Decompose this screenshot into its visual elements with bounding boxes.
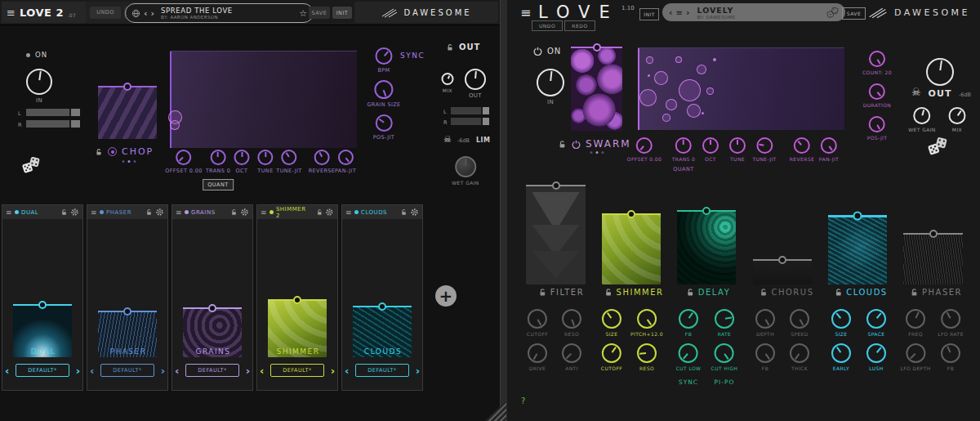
- clouds-early-knob[interactable]: EARLY: [831, 343, 851, 371]
- lock-open-icon[interactable]: [400, 208, 408, 216]
- drag-handle-icon[interactable]: ≡: [91, 208, 97, 217]
- fx-slider-handle[interactable]: [38, 301, 47, 309]
- randomize-dice-icon[interactable]: [826, 7, 839, 19]
- shimmer-cutoff-knob[interactable]: CUTOFF: [601, 343, 622, 371]
- bpm-knob[interactable]: BPM: [376, 47, 393, 74]
- swarm-page-dots[interactable]: [590, 151, 604, 154]
- sync-label[interactable]: SYNC: [400, 52, 425, 60]
- delay-cut-low-knob[interactable]: CUT LOW: [676, 343, 702, 371]
- chorus-fb-knob[interactable]: FB: [755, 343, 775, 371]
- fx-slot-header[interactable]: ≡ CLOUDS: [342, 205, 422, 219]
- tune-knob[interactable]: TUNE: [257, 150, 273, 174]
- lock-open-icon[interactable]: [538, 288, 547, 297]
- filter-cutoff-knob[interactable]: CUTOFF: [527, 309, 548, 337]
- delay-sync-toggle[interactable]: SYNC: [679, 378, 698, 386]
- chorus-slider-handle[interactable]: [778, 256, 786, 264]
- drag-handle-icon[interactable]: ≡: [6, 208, 12, 217]
- fx-preset-value[interactable]: DEFAULT*: [100, 364, 154, 377]
- preset-prev-icon[interactable]: ‹: [144, 9, 148, 18]
- fx-slot-header[interactable]: ≡ DUAL: [2, 205, 82, 219]
- fx-name[interactable]: CHORUS: [772, 288, 814, 297]
- fx-enable-icon[interactable]: [270, 210, 274, 214]
- pan-jit-knob[interactable]: PAN-JIT: [335, 150, 356, 174]
- clouds-slider-handle[interactable]: [853, 212, 862, 221]
- filter-drive-knob[interactable]: DRIVE: [528, 343, 547, 371]
- preset-prev-icon[interactable]: ‹: [345, 365, 349, 376]
- lock-open-icon[interactable]: [558, 140, 567, 149]
- drag-handle-icon[interactable]: ≡: [261, 208, 267, 217]
- fx-slider-handle[interactable]: [208, 304, 216, 312]
- clouds-lush-knob[interactable]: LUSH: [866, 343, 886, 371]
- pos-jit-knob[interactable]: POS-JIT: [867, 116, 888, 141]
- help-button[interactable]: ?: [521, 396, 525, 405]
- menu-icon[interactable]: ≡: [7, 7, 16, 19]
- oct-knob[interactable]: OCT: [702, 137, 719, 162]
- lock-open-icon[interactable]: [910, 288, 919, 297]
- preset-next-icon[interactable]: ›: [76, 365, 80, 376]
- duration-knob[interactable]: DURATION: [863, 83, 891, 108]
- input-gain-knob[interactable]: IN: [26, 69, 52, 104]
- gear-icon[interactable]: [240, 208, 249, 217]
- preset-next-icon[interactable]: ›: [246, 365, 250, 376]
- delay-slider-handle[interactable]: [702, 207, 710, 215]
- filter-reso-knob[interactable]: RESO: [562, 309, 581, 337]
- preset-browser[interactable]: ‹ ≡ › LOVELY BY: DAWESOME: [662, 3, 845, 21]
- reverse-knob[interactable]: REVERSE: [309, 150, 336, 174]
- fx-preset-value[interactable]: DEFAULT*: [16, 364, 69, 377]
- wet-gain-knob[interactable]: WET GAIN: [908, 107, 936, 132]
- limiter-label[interactable]: LIM: [476, 137, 491, 144]
- chop-enable-icon[interactable]: [108, 147, 117, 156]
- filter-anti-knob[interactable]: ANTI: [562, 343, 581, 371]
- tune-knob[interactable]: TUNE: [729, 137, 746, 162]
- chop-thumbnail[interactable]: [98, 87, 157, 139]
- input-on-row[interactable]: ON: [533, 47, 561, 56]
- lock-open-icon[interactable]: [316, 208, 323, 216]
- filter-slider-handle[interactable]: [552, 181, 560, 190]
- wet-gain-knob[interactable]: WET GAIN: [452, 156, 479, 186]
- source-name[interactable]: CHOP: [122, 146, 154, 157]
- reverse-knob[interactable]: REVERSE: [790, 137, 814, 162]
- preset-next-icon[interactable]: ›: [331, 365, 335, 376]
- fx-slot-header[interactable]: ≡ GRAINS: [172, 205, 252, 219]
- shimmer-thumbnail[interactable]: [602, 214, 661, 284]
- fx-name[interactable]: PHASER: [922, 288, 962, 297]
- oct-knob[interactable]: OCT: [234, 150, 250, 174]
- drag-handle-icon[interactable]: ≡: [176, 208, 182, 217]
- delay-fb-knob[interactable]: FB: [679, 309, 698, 337]
- filter-thumbnail[interactable]: [526, 186, 586, 284]
- shimmer-slider-handle[interactable]: [627, 210, 635, 218]
- gear-icon[interactable]: [70, 208, 79, 217]
- chop-slider-handle[interactable]: [123, 83, 131, 91]
- swarm-slider-handle[interactable]: [593, 43, 601, 52]
- gear-icon[interactable]: [410, 208, 419, 217]
- gear-icon[interactable]: [325, 208, 334, 217]
- randomize-dice-icon[interactable]: [927, 136, 948, 157]
- chop-page-dots[interactable]: [122, 160, 136, 163]
- trans-knob[interactable]: TRANS 0: [206, 150, 231, 174]
- add-effect-button[interactable]: +: [435, 285, 457, 307]
- globe-icon[interactable]: [131, 9, 140, 18]
- drag-handle-icon[interactable]: ≡: [345, 208, 352, 217]
- fx-preset-value[interactable]: DEFAULT*: [355, 364, 409, 377]
- lock-open-icon[interactable]: [760, 288, 768, 297]
- power-icon[interactable]: [572, 140, 581, 149]
- save-button[interactable]: SAVE: [309, 7, 330, 19]
- phaser-slider-handle[interactable]: [929, 230, 938, 238]
- fx-enable-icon[interactable]: [354, 210, 359, 214]
- offset-knob[interactable]: OFFSET 0.00: [165, 150, 203, 174]
- grain-display[interactable]: [638, 47, 844, 130]
- chorus-thick-knob[interactable]: THICK: [790, 343, 809, 371]
- shimmer-reso-knob[interactable]: RESO: [637, 343, 657, 371]
- tune-jit-knob[interactable]: TUNE-JIT: [276, 150, 301, 174]
- fx-name[interactable]: DELAY: [698, 288, 731, 297]
- delay-pipo-toggle[interactable]: PI-PO: [715, 378, 735, 386]
- lock-open-icon[interactable]: [95, 148, 103, 156]
- shimmer-size-knob[interactable]: SIZE: [602, 309, 621, 337]
- mix-knob[interactable]: MIX: [442, 73, 454, 93]
- count-knob[interactable]: COUNT: 20: [862, 51, 892, 75]
- swarm-thumbnail[interactable]: [571, 47, 622, 131]
- pos-jit-knob[interactable]: POS-JIT: [373, 114, 394, 141]
- fx-preset-value[interactable]: DEFAULT*: [185, 364, 239, 377]
- fx-slot-header[interactable]: ≡ SHIMMER 2: [257, 205, 337, 219]
- phaser-freq-knob[interactable]: FREQ: [906, 309, 925, 337]
